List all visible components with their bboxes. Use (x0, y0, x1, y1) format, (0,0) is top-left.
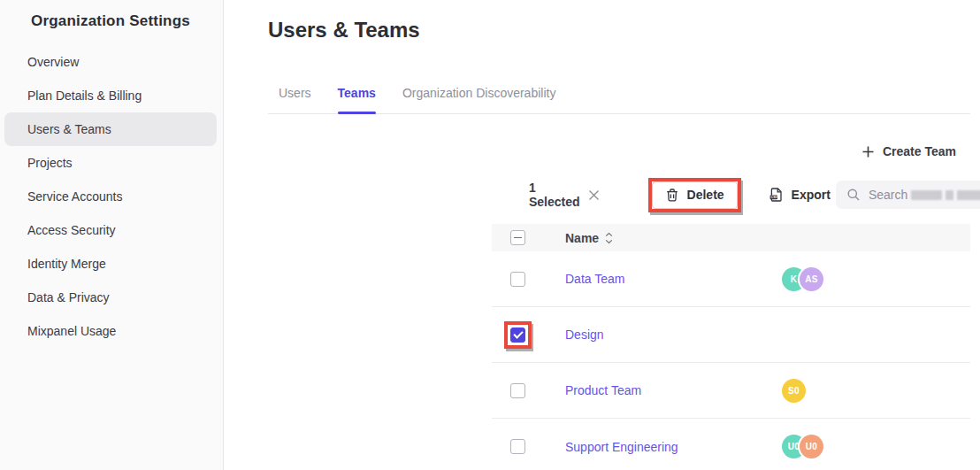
annotation-box-delete: Delete (648, 178, 741, 212)
export-button[interactable]: CSV Export (763, 186, 836, 204)
tab-bar: Users Teams Organization Discoverability (268, 78, 970, 114)
csv-file-icon: CSV (769, 187, 784, 203)
tab-users[interactable]: Users (279, 78, 311, 113)
annotation-box (504, 377, 532, 405)
sidebar-nav: Overview Plan Details & Billing Users & … (4, 45, 217, 348)
team-name-link[interactable]: Product Team (565, 383, 641, 397)
selected-count: 1 Selected (529, 181, 580, 209)
search-placeholder: Search teams (869, 188, 980, 202)
sidebar-item-identity-merge[interactable]: Identity Merge (4, 247, 217, 281)
table-body: Data Team KAS Design Product Team S0 (492, 251, 970, 470)
table-row-support-engineering: Support Engineering U0U0 (492, 419, 970, 470)
sidebar-item-label: Projects (27, 156, 73, 170)
sidebar-item-mixpanel-usage[interactable]: Mixpanel Usage (4, 314, 217, 348)
team-name-link[interactable]: Design (565, 327, 604, 342)
row-checkbox[interactable] (510, 439, 525, 454)
sidebar-item-label: Mixpanel Usage (27, 324, 116, 338)
export-label: Export (792, 188, 831, 202)
sidebar-item-label: Plan Details & Billing (27, 89, 142, 103)
sidebar-item-label: Data & Privacy (27, 290, 110, 304)
sidebar-item-users-teams[interactable]: Users & Teams (4, 112, 217, 146)
team-members: U0U0 (782, 435, 823, 458)
table-row-design: Design (492, 307, 970, 363)
annotation-box (504, 266, 532, 293)
table-row-product-team: Product Team S0 (492, 363, 970, 419)
selection-toolbar: 1 Selected Delete (492, 176, 956, 213)
member-avatar: U0 (800, 435, 823, 458)
tab-label: Organization Discoverability (402, 86, 556, 100)
redacted-text-block (911, 190, 942, 200)
svg-text:CSV: CSV (770, 196, 777, 199)
sidebar-item-access-security[interactable]: Access Security (4, 213, 217, 247)
row-checkbox[interactable] (510, 327, 525, 343)
sidebar-item-overview[interactable]: Overview (4, 45, 217, 79)
annotation-box (504, 321, 532, 349)
sort-arrows-icon[interactable] (605, 232, 613, 244)
sidebar-title: Organization Settings (0, 0, 223, 30)
search-input[interactable]: Search teams (836, 181, 980, 209)
tab-label: Users (279, 86, 311, 100)
sidebar-item-data-privacy[interactable]: Data & Privacy (4, 281, 217, 314)
redacted-text-block (946, 190, 953, 200)
delete-label: Delete (687, 188, 724, 202)
tab-organization-discoverability[interactable]: Organization Discoverability (402, 78, 556, 113)
member-avatar: S0 (782, 379, 806, 403)
tab-teams[interactable]: Teams (338, 78, 376, 113)
sidebar-item-projects[interactable]: Projects (4, 146, 217, 180)
close-icon (588, 189, 600, 201)
row-checkbox[interactable] (510, 272, 525, 287)
member-avatar: AS (800, 267, 823, 291)
create-team-label: Create Team (883, 144, 956, 158)
tab-label: Teams (338, 86, 376, 100)
teams-table: Name Data Team KAS Design (492, 224, 970, 470)
sidebar-item-service-accounts[interactable]: Service Accounts (4, 180, 217, 213)
main-panel: Users & Teams Users Teams Organization D… (224, 0, 980, 470)
page-title: Users & Teams (268, 18, 420, 42)
select-all-checkbox[interactable] (510, 230, 525, 245)
team-members: S0 (782, 379, 806, 403)
clear-selection-button[interactable] (588, 189, 600, 201)
search-icon (846, 188, 861, 202)
sidebar: Organization Settings Overview Plan Deta… (0, 0, 224, 470)
team-name-link[interactable]: Data Team (565, 272, 624, 286)
sidebar-item-plan-details-billing[interactable]: Plan Details & Billing (4, 79, 217, 112)
table-row-data-team: Data Team KAS (492, 251, 970, 307)
delete-button[interactable]: Delete (652, 181, 738, 209)
name-column-header: Name (565, 231, 599, 245)
row-checkbox[interactable] (510, 383, 525, 398)
team-members: KAS (782, 267, 823, 291)
create-team-button[interactable]: Create Team (861, 144, 956, 158)
sidebar-item-label: Users & Teams (27, 122, 111, 136)
plus-icon (861, 145, 875, 158)
sidebar-item-label: Overview (27, 55, 79, 69)
annotation-box (504, 433, 532, 460)
sidebar-item-label: Identity Merge (27, 257, 106, 271)
sidebar-item-label: Access Security (27, 223, 116, 237)
redacted-text-block (957, 190, 980, 200)
trash-icon (665, 188, 679, 203)
team-name-link[interactable]: Support Engineering (565, 440, 678, 454)
sidebar-item-label: Service Accounts (27, 189, 122, 204)
table-header: Name (492, 224, 970, 251)
